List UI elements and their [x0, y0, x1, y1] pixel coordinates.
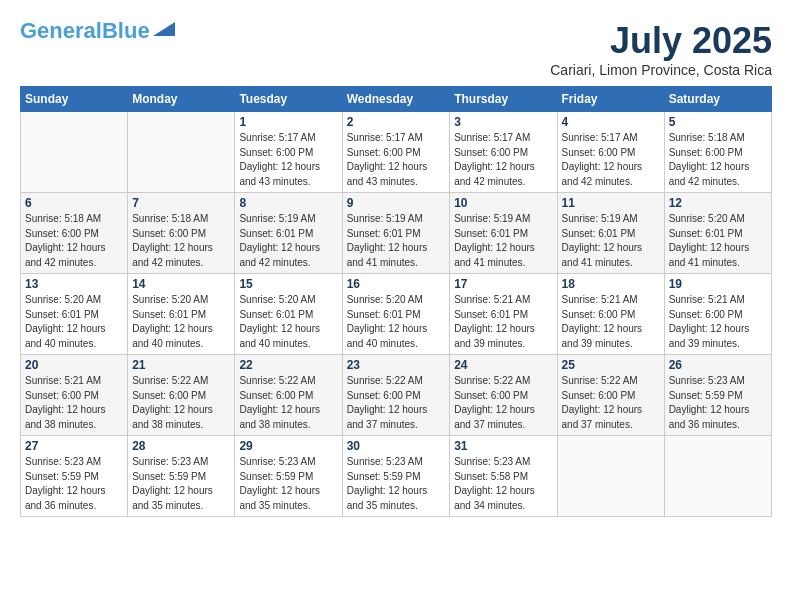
day-number: 28	[132, 439, 230, 453]
calendar-day-cell: 7Sunrise: 5:18 AM Sunset: 6:00 PM Daylig…	[128, 193, 235, 274]
day-number: 3	[454, 115, 552, 129]
empty-cell	[557, 436, 664, 517]
day-info: Sunrise: 5:22 AM Sunset: 6:00 PM Dayligh…	[239, 374, 337, 432]
day-number: 25	[562, 358, 660, 372]
svg-marker-0	[153, 22, 175, 36]
calendar-day-cell: 3Sunrise: 5:17 AM Sunset: 6:00 PM Daylig…	[450, 112, 557, 193]
day-number: 27	[25, 439, 123, 453]
weekday-header-wednesday: Wednesday	[342, 87, 450, 112]
day-info: Sunrise: 5:21 AM Sunset: 6:00 PM Dayligh…	[25, 374, 123, 432]
calendar-day-cell: 23Sunrise: 5:22 AM Sunset: 6:00 PM Dayli…	[342, 355, 450, 436]
calendar-day-cell: 21Sunrise: 5:22 AM Sunset: 6:00 PM Dayli…	[128, 355, 235, 436]
day-number: 22	[239, 358, 337, 372]
day-info: Sunrise: 5:19 AM Sunset: 6:01 PM Dayligh…	[454, 212, 552, 270]
calendar-day-cell: 18Sunrise: 5:21 AM Sunset: 6:00 PM Dayli…	[557, 274, 664, 355]
day-info: Sunrise: 5:18 AM Sunset: 6:00 PM Dayligh…	[25, 212, 123, 270]
day-number: 17	[454, 277, 552, 291]
calendar-day-cell: 19Sunrise: 5:21 AM Sunset: 6:00 PM Dayli…	[664, 274, 771, 355]
calendar-day-cell: 14Sunrise: 5:20 AM Sunset: 6:01 PM Dayli…	[128, 274, 235, 355]
calendar-day-cell: 29Sunrise: 5:23 AM Sunset: 5:59 PM Dayli…	[235, 436, 342, 517]
calendar-week-row: 20Sunrise: 5:21 AM Sunset: 6:00 PM Dayli…	[21, 355, 772, 436]
day-number: 26	[669, 358, 767, 372]
location: Cariari, Limon Province, Costa Rica	[550, 62, 772, 78]
day-info: Sunrise: 5:22 AM Sunset: 6:00 PM Dayligh…	[347, 374, 446, 432]
day-info: Sunrise: 5:23 AM Sunset: 5:59 PM Dayligh…	[132, 455, 230, 513]
empty-cell	[664, 436, 771, 517]
calendar-week-row: 13Sunrise: 5:20 AM Sunset: 6:01 PM Dayli…	[21, 274, 772, 355]
calendar-day-cell: 13Sunrise: 5:20 AM Sunset: 6:01 PM Dayli…	[21, 274, 128, 355]
day-info: Sunrise: 5:20 AM Sunset: 6:01 PM Dayligh…	[347, 293, 446, 351]
calendar-day-cell: 31Sunrise: 5:23 AM Sunset: 5:58 PM Dayli…	[450, 436, 557, 517]
day-number: 1	[239, 115, 337, 129]
day-info: Sunrise: 5:23 AM Sunset: 5:59 PM Dayligh…	[347, 455, 446, 513]
calendar-day-cell: 1Sunrise: 5:17 AM Sunset: 6:00 PM Daylig…	[235, 112, 342, 193]
weekday-header-sunday: Sunday	[21, 87, 128, 112]
day-info: Sunrise: 5:17 AM Sunset: 6:00 PM Dayligh…	[454, 131, 552, 189]
day-number: 4	[562, 115, 660, 129]
calendar-week-row: 6Sunrise: 5:18 AM Sunset: 6:00 PM Daylig…	[21, 193, 772, 274]
calendar-day-cell: 24Sunrise: 5:22 AM Sunset: 6:00 PM Dayli…	[450, 355, 557, 436]
calendar-day-cell: 22Sunrise: 5:22 AM Sunset: 6:00 PM Dayli…	[235, 355, 342, 436]
calendar-day-cell: 28Sunrise: 5:23 AM Sunset: 5:59 PM Dayli…	[128, 436, 235, 517]
calendar-day-cell: 6Sunrise: 5:18 AM Sunset: 6:00 PM Daylig…	[21, 193, 128, 274]
logo-text: GeneralBlue	[20, 20, 150, 42]
logo: GeneralBlue	[20, 20, 175, 42]
day-number: 21	[132, 358, 230, 372]
day-info: Sunrise: 5:19 AM Sunset: 6:01 PM Dayligh…	[562, 212, 660, 270]
day-number: 11	[562, 196, 660, 210]
calendar-day-cell: 27Sunrise: 5:23 AM Sunset: 5:59 PM Dayli…	[21, 436, 128, 517]
day-number: 12	[669, 196, 767, 210]
calendar-day-cell: 11Sunrise: 5:19 AM Sunset: 6:01 PM Dayli…	[557, 193, 664, 274]
weekday-header-monday: Monday	[128, 87, 235, 112]
calendar-day-cell: 2Sunrise: 5:17 AM Sunset: 6:00 PM Daylig…	[342, 112, 450, 193]
month-year: July 2025	[550, 20, 772, 62]
calendar-day-cell: 25Sunrise: 5:22 AM Sunset: 6:00 PM Dayli…	[557, 355, 664, 436]
page-header: GeneralBlue July 2025 Cariari, Limon Pro…	[20, 20, 772, 78]
day-info: Sunrise: 5:21 AM Sunset: 6:00 PM Dayligh…	[669, 293, 767, 351]
day-number: 15	[239, 277, 337, 291]
day-info: Sunrise: 5:22 AM Sunset: 6:00 PM Dayligh…	[562, 374, 660, 432]
day-info: Sunrise: 5:23 AM Sunset: 5:59 PM Dayligh…	[669, 374, 767, 432]
calendar-table: SundayMondayTuesdayWednesdayThursdayFrid…	[20, 86, 772, 517]
empty-cell	[128, 112, 235, 193]
day-number: 14	[132, 277, 230, 291]
day-number: 18	[562, 277, 660, 291]
day-info: Sunrise: 5:20 AM Sunset: 6:01 PM Dayligh…	[669, 212, 767, 270]
day-number: 23	[347, 358, 446, 372]
day-number: 24	[454, 358, 552, 372]
weekday-header-saturday: Saturday	[664, 87, 771, 112]
day-info: Sunrise: 5:17 AM Sunset: 6:00 PM Dayligh…	[347, 131, 446, 189]
calendar-day-cell: 5Sunrise: 5:18 AM Sunset: 6:00 PM Daylig…	[664, 112, 771, 193]
calendar-day-cell: 20Sunrise: 5:21 AM Sunset: 6:00 PM Dayli…	[21, 355, 128, 436]
day-info: Sunrise: 5:20 AM Sunset: 6:01 PM Dayligh…	[239, 293, 337, 351]
logo-icon	[153, 22, 175, 36]
day-info: Sunrise: 5:18 AM Sunset: 6:00 PM Dayligh…	[669, 131, 767, 189]
day-number: 19	[669, 277, 767, 291]
day-number: 8	[239, 196, 337, 210]
day-info: Sunrise: 5:21 AM Sunset: 6:01 PM Dayligh…	[454, 293, 552, 351]
day-info: Sunrise: 5:19 AM Sunset: 6:01 PM Dayligh…	[239, 212, 337, 270]
weekday-header-thursday: Thursday	[450, 87, 557, 112]
calendar-day-cell: 16Sunrise: 5:20 AM Sunset: 6:01 PM Dayli…	[342, 274, 450, 355]
day-number: 29	[239, 439, 337, 453]
day-number: 7	[132, 196, 230, 210]
day-info: Sunrise: 5:20 AM Sunset: 6:01 PM Dayligh…	[132, 293, 230, 351]
day-info: Sunrise: 5:22 AM Sunset: 6:00 PM Dayligh…	[454, 374, 552, 432]
weekday-header-friday: Friday	[557, 87, 664, 112]
calendar-day-cell: 4Sunrise: 5:17 AM Sunset: 6:00 PM Daylig…	[557, 112, 664, 193]
calendar-week-row: 1Sunrise: 5:17 AM Sunset: 6:00 PM Daylig…	[21, 112, 772, 193]
calendar-day-cell: 15Sunrise: 5:20 AM Sunset: 6:01 PM Dayli…	[235, 274, 342, 355]
calendar-day-cell: 30Sunrise: 5:23 AM Sunset: 5:59 PM Dayli…	[342, 436, 450, 517]
calendar-week-row: 27Sunrise: 5:23 AM Sunset: 5:59 PM Dayli…	[21, 436, 772, 517]
calendar-day-cell: 10Sunrise: 5:19 AM Sunset: 6:01 PM Dayli…	[450, 193, 557, 274]
day-info: Sunrise: 5:17 AM Sunset: 6:00 PM Dayligh…	[239, 131, 337, 189]
day-info: Sunrise: 5:22 AM Sunset: 6:00 PM Dayligh…	[132, 374, 230, 432]
day-number: 31	[454, 439, 552, 453]
day-number: 10	[454, 196, 552, 210]
day-number: 5	[669, 115, 767, 129]
calendar-day-cell: 17Sunrise: 5:21 AM Sunset: 6:01 PM Dayli…	[450, 274, 557, 355]
day-info: Sunrise: 5:18 AM Sunset: 6:00 PM Dayligh…	[132, 212, 230, 270]
calendar-day-cell: 9Sunrise: 5:19 AM Sunset: 6:01 PM Daylig…	[342, 193, 450, 274]
day-info: Sunrise: 5:23 AM Sunset: 5:58 PM Dayligh…	[454, 455, 552, 513]
day-info: Sunrise: 5:19 AM Sunset: 6:01 PM Dayligh…	[347, 212, 446, 270]
